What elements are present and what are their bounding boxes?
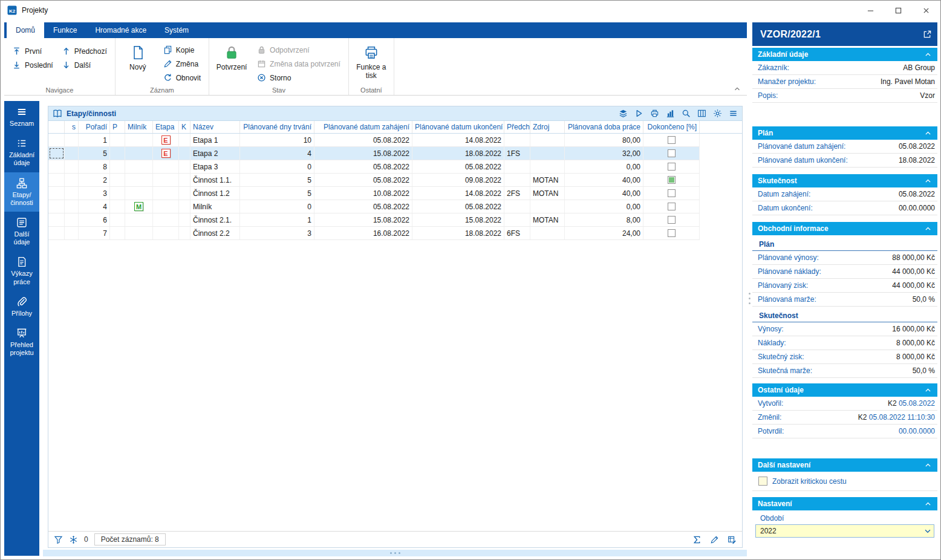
col-doba[interactable]: Plánovaná doba práce	[565, 121, 643, 133]
col-dokonceno[interactable]: Dokončeno [%]	[643, 121, 700, 133]
section-header-obchodni-informace[interactable]: Obchodní informace	[752, 222, 937, 235]
first-button[interactable]: První	[9, 44, 56, 58]
col-predch[interactable]: Předch	[504, 121, 530, 133]
cell-doba: 0,00	[565, 200, 643, 213]
table-row[interactable]: 8Etapa 3005.08.202205.08.20220,00	[48, 160, 700, 174]
table-row[interactable]: 4MMilník005.08.202205.08.20220,00	[48, 200, 700, 213]
period-select[interactable]: 2022	[755, 524, 934, 538]
cancel-button-label: Storno	[270, 74, 291, 82]
new-button[interactable]: Nový	[120, 40, 155, 85]
tab-bulk-actions[interactable]: Hromadné akce	[86, 22, 155, 38]
ribbon-group-zaznam: Nový KopieZměnaObnovit Záznam	[116, 38, 209, 95]
next-button-label: Další	[74, 61, 91, 70]
table-row[interactable]: 7Činnost 2.2316.08.202218.08.20226FS24,0…	[48, 227, 700, 240]
field-value: 00.00.0000	[899, 204, 935, 212]
horizontal-splitter[interactable]	[43, 550, 747, 556]
col-etapa[interactable]: Etapa	[153, 121, 179, 133]
lock-gray-icon	[257, 45, 266, 54]
col-zahajeni[interactable]: Plánované datum zahájení	[314, 121, 412, 133]
search-icon[interactable]	[682, 109, 691, 118]
freeze-icon[interactable]	[69, 535, 78, 544]
critical-path-checkbox[interactable]	[758, 477, 767, 486]
section-header-nastaveni[interactable]: Nastavení	[752, 497, 937, 510]
table-row[interactable]: 3Činnost 1.2510.08.202214.08.20222FSMOTA…	[48, 187, 700, 200]
section-header-skutecnost[interactable]: Skutečnost	[752, 174, 937, 187]
ribbon-collapse-button[interactable]	[733, 85, 741, 93]
panel-field-row: Skutečný zisk:8 000,00 Kč	[752, 350, 937, 364]
cell-nazev: Etapa 2	[190, 147, 240, 160]
cell-zdroj	[530, 200, 565, 213]
cell-poradi: 1	[79, 134, 110, 146]
section-header-ostatni-udaje[interactable]: Ostatní údaje	[752, 383, 937, 397]
col-k[interactable]: K	[179, 121, 190, 133]
overview-icon	[16, 328, 27, 339]
columns-icon[interactable]	[697, 109, 706, 118]
sidebar-item-etapy-cinnosti[interactable]: Etapy/ činnosti	[4, 172, 39, 212]
filter-icon[interactable]	[54, 535, 63, 544]
sidebar-item-prilohy[interactable]: Přílohy	[4, 291, 39, 322]
col-zdroj[interactable]: Zdroj	[530, 121, 565, 133]
sidebar-item-vykazy-prace[interactable]: Výkazy práce	[4, 251, 39, 290]
tab-home[interactable]: Domů	[7, 22, 44, 38]
section-header-dalsi-nastaveni[interactable]: Další nastavení	[752, 458, 937, 472]
sidebar-item-prehled-projektu[interactable]: Přehled projektu	[4, 322, 39, 362]
cell-dokonceno	[643, 147, 700, 160]
copy-button[interactable]: Kopie	[160, 43, 204, 57]
edit-icon[interactable]	[710, 535, 719, 544]
chart-icon[interactable]	[666, 109, 675, 118]
vertical-splitter[interactable]	[747, 280, 751, 316]
col-ukonceni[interactable]: Plánované datum ukončení	[412, 121, 504, 133]
col-p[interactable]: P	[110, 121, 125, 133]
sidebar-item-seznam[interactable]: Seznam	[4, 101, 39, 132]
confirm-button[interactable]: Potvrzení	[214, 40, 249, 85]
minimize-button[interactable]	[856, 1, 884, 19]
previous-button[interactable]: Předchozí	[59, 44, 110, 58]
section-header-zakladni-udaje[interactable]: Základní údaje	[752, 48, 937, 61]
cell-dokonceno	[643, 134, 700, 146]
cancel-button[interactable]: Storno	[254, 71, 344, 85]
col-milnik[interactable]: Milník	[125, 121, 153, 133]
settings-icon[interactable]	[713, 109, 722, 118]
refresh-button[interactable]: Obnovit	[160, 71, 204, 85]
cell-zdroj	[530, 160, 565, 173]
col-poradi[interactable]: Pořadí	[79, 121, 110, 133]
sidebar-item-label: Přehled projektu	[10, 341, 33, 357]
arrow-up-icon	[62, 47, 71, 56]
tab-functions[interactable]: Funkce	[44, 22, 86, 38]
close-button[interactable]	[912, 1, 940, 19]
popout-icon[interactable]	[923, 30, 932, 39]
cell-predch	[504, 160, 530, 173]
layers-icon[interactable]	[619, 109, 628, 118]
functions-print-button[interactable]: Funkce a tisk	[354, 40, 389, 85]
run-icon[interactable]	[634, 109, 643, 118]
subsection-title: Skutečnost	[752, 307, 937, 322]
table-row[interactable]: 2Činnost 1.1.505.08.202209.08.2022MOTAN4…	[48, 174, 700, 187]
table-row[interactable]: 5EEtapa 2415.08.202218.08.20221FS32,00	[48, 147, 700, 160]
col-s[interactable]: s	[65, 121, 79, 133]
cell-nazev: Etapa 3	[190, 160, 240, 173]
chevron-up-icon	[924, 129, 932, 137]
cell-sel	[48, 227, 65, 239]
done-checkbox	[668, 229, 676, 237]
record-count: Počet záznamů: 8	[94, 533, 166, 545]
sidebar-item-dalsi-udaje[interactable]: Další údaje	[4, 212, 39, 251]
panel-section-skutecnost: SkutečnostDatum zahájení:05.08.2022Datum…	[752, 174, 937, 215]
table-row[interactable]: 1EEtapa 11005.08.202214.08.202280,00	[48, 134, 700, 147]
last-button[interactable]: Poslední	[9, 58, 56, 72]
menu-icon[interactable]	[729, 109, 738, 118]
print-icon[interactable]	[650, 109, 659, 118]
grid-edit-icon[interactable]	[728, 535, 737, 544]
col-sel[interactable]	[48, 121, 65, 133]
sidebar-item-zakladni-udaje[interactable]: Základní údaje	[4, 132, 39, 172]
unconfirm-button: Odpotvrzení	[254, 43, 344, 57]
table-row[interactable]: 6Činnost 2.1.115.08.202215.08.2022MOTAN8…	[48, 213, 700, 227]
panel-sections: Základní údajeZákazník:AB GroupManažer p…	[752, 46, 937, 556]
change-button[interactable]: Změna	[160, 57, 204, 71]
maximize-button[interactable]	[884, 1, 912, 19]
col-dny[interactable]: Plánované dny trvání	[240, 121, 314, 133]
sum-icon[interactable]	[692, 535, 702, 544]
col-nazev[interactable]: Název	[190, 121, 240, 133]
section-header-plan[interactable]: Plán	[752, 126, 937, 140]
tab-system[interactable]: Systém	[155, 22, 198, 38]
next-button[interactable]: Další	[59, 58, 110, 72]
